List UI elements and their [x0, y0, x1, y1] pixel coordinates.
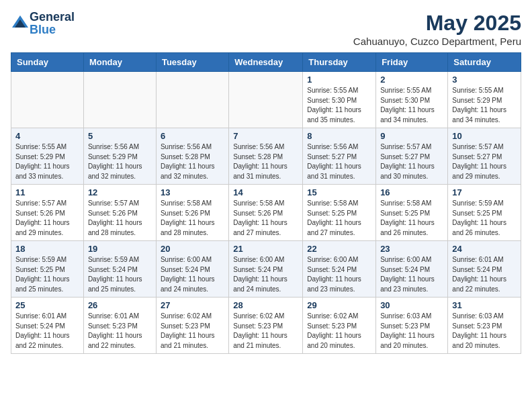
logo-blue: Blue	[30, 23, 56, 36]
day-number: 6	[161, 131, 224, 141]
header-sunday: Sunday	[11, 53, 84, 72]
calendar-cell: 18Sunrise: 5:59 AM Sunset: 5:25 PM Dayli…	[11, 241, 84, 298]
header-monday: Monday	[83, 53, 156, 72]
day-number: 12	[88, 187, 152, 197]
calendar-cell	[156, 72, 228, 128]
cell-content: Sunrise: 6:00 AM Sunset: 5:24 PM Dayligh…	[380, 255, 443, 294]
cell-content: Sunrise: 5:56 AM Sunset: 5:27 PM Dayligh…	[307, 142, 371, 181]
cell-content: Sunrise: 6:00 AM Sunset: 5:24 PM Dayligh…	[233, 255, 298, 294]
day-number: 19	[88, 244, 152, 254]
header-area: General Blue May 2025 Cahuanuyo, Cuzco D…	[11, 11, 521, 47]
cell-content: Sunrise: 6:00 AM Sunset: 5:24 PM Dayligh…	[161, 255, 224, 294]
week-row-5: 25Sunrise: 6:01 AM Sunset: 5:24 PM Dayli…	[11, 298, 521, 354]
logo-icon	[11, 14, 30, 33]
calendar-cell: 25Sunrise: 6:01 AM Sunset: 5:24 PM Dayli…	[11, 298, 84, 354]
day-number: 28	[233, 300, 298, 310]
cell-content: Sunrise: 5:55 AM Sunset: 5:30 PM Dayligh…	[380, 86, 443, 125]
calendar-cell: 28Sunrise: 6:02 AM Sunset: 5:23 PM Dayli…	[229, 298, 303, 354]
cell-content: Sunrise: 6:02 AM Sunset: 5:23 PM Dayligh…	[161, 312, 224, 351]
day-number: 31	[452, 300, 517, 310]
day-number: 21	[233, 244, 298, 254]
day-number: 24	[452, 244, 517, 254]
header-saturday: Saturday	[448, 53, 521, 72]
calendar-cell: 22Sunrise: 6:00 AM Sunset: 5:24 PM Dayli…	[303, 241, 376, 298]
week-row-3: 11Sunrise: 5:57 AM Sunset: 5:26 PM Dayli…	[11, 185, 521, 241]
day-number: 23	[380, 244, 443, 254]
calendar-cell: 23Sunrise: 6:00 AM Sunset: 5:24 PM Dayli…	[376, 241, 448, 298]
calendar-cell: 2Sunrise: 5:55 AM Sunset: 5:30 PM Daylig…	[376, 72, 448, 128]
calendar-cell	[229, 72, 303, 128]
day-number: 13	[161, 187, 224, 197]
calendar-cell: 4Sunrise: 5:55 AM Sunset: 5:29 PM Daylig…	[11, 128, 84, 185]
day-number: 4	[15, 131, 79, 141]
cell-content: Sunrise: 5:59 AM Sunset: 5:25 PM Dayligh…	[452, 199, 517, 238]
header-tuesday: Tuesday	[156, 53, 228, 72]
header-friday: Friday	[376, 53, 448, 72]
cell-content: Sunrise: 5:57 AM Sunset: 5:26 PM Dayligh…	[15, 199, 79, 238]
header-wednesday: Wednesday	[229, 53, 303, 72]
cell-content: Sunrise: 5:58 AM Sunset: 5:26 PM Dayligh…	[233, 199, 298, 238]
day-number: 9	[380, 131, 443, 141]
day-number: 10	[452, 131, 517, 141]
cell-content: Sunrise: 5:58 AM Sunset: 5:25 PM Dayligh…	[380, 199, 443, 238]
cell-content: Sunrise: 5:57 AM Sunset: 5:27 PM Dayligh…	[452, 142, 517, 181]
week-row-2: 4Sunrise: 5:55 AM Sunset: 5:29 PM Daylig…	[11, 128, 521, 185]
calendar-cell: 27Sunrise: 6:02 AM Sunset: 5:23 PM Dayli…	[156, 298, 228, 354]
day-number: 20	[161, 244, 224, 254]
day-number: 26	[88, 300, 152, 310]
cell-content: Sunrise: 6:01 AM Sunset: 5:23 PM Dayligh…	[88, 312, 152, 351]
cell-content: Sunrise: 5:55 AM Sunset: 5:30 PM Dayligh…	[307, 86, 371, 125]
cell-content: Sunrise: 6:01 AM Sunset: 5:24 PM Dayligh…	[452, 255, 517, 294]
calendar-cell: 20Sunrise: 6:00 AM Sunset: 5:24 PM Dayli…	[156, 241, 228, 298]
calendar-cell: 24Sunrise: 6:01 AM Sunset: 5:24 PM Dayli…	[448, 241, 521, 298]
cell-content: Sunrise: 5:57 AM Sunset: 5:26 PM Dayligh…	[88, 199, 152, 238]
day-number: 18	[15, 244, 79, 254]
day-number: 11	[15, 187, 79, 197]
cell-content: Sunrise: 6:03 AM Sunset: 5:23 PM Dayligh…	[452, 312, 517, 351]
calendar-cell: 9Sunrise: 5:57 AM Sunset: 5:27 PM Daylig…	[376, 128, 448, 185]
calendar-cell: 15Sunrise: 5:58 AM Sunset: 5:25 PM Dayli…	[303, 185, 376, 241]
title-area: May 2025 Cahuanuyo, Cuzco Department, Pe…	[353, 11, 521, 47]
calendar-cell: 3Sunrise: 5:55 AM Sunset: 5:29 PM Daylig…	[448, 72, 521, 128]
calendar-cell: 1Sunrise: 5:55 AM Sunset: 5:30 PM Daylig…	[303, 72, 376, 128]
cell-content: Sunrise: 6:00 AM Sunset: 5:24 PM Dayligh…	[307, 255, 371, 294]
day-number: 17	[452, 187, 517, 197]
calendar-cell: 31Sunrise: 6:03 AM Sunset: 5:23 PM Dayli…	[448, 298, 521, 354]
calendar-cell: 14Sunrise: 5:58 AM Sunset: 5:26 PM Dayli…	[229, 185, 303, 241]
cell-content: Sunrise: 5:58 AM Sunset: 5:26 PM Dayligh…	[161, 199, 224, 238]
day-number: 30	[380, 300, 443, 310]
day-number: 16	[380, 187, 443, 197]
calendar: SundayMondayTuesdayWednesdayThursdayFrid…	[11, 52, 521, 354]
calendar-cell: 7Sunrise: 5:56 AM Sunset: 5:28 PM Daylig…	[229, 128, 303, 185]
calendar-cell	[11, 72, 84, 128]
day-number: 1	[307, 75, 371, 85]
cell-content: Sunrise: 5:56 AM Sunset: 5:29 PM Dayligh…	[88, 142, 152, 181]
day-number: 27	[161, 300, 224, 310]
calendar-header-row: SundayMondayTuesdayWednesdayThursdayFrid…	[11, 53, 521, 72]
month-title: May 2025	[353, 11, 521, 36]
calendar-cell: 26Sunrise: 6:01 AM Sunset: 5:23 PM Dayli…	[83, 298, 156, 354]
logo-general: General	[30, 10, 75, 24]
week-row-4: 18Sunrise: 5:59 AM Sunset: 5:25 PM Dayli…	[11, 241, 521, 298]
calendar-cell: 6Sunrise: 5:56 AM Sunset: 5:28 PM Daylig…	[156, 128, 228, 185]
calendar-cell: 17Sunrise: 5:59 AM Sunset: 5:25 PM Dayli…	[448, 185, 521, 241]
cell-content: Sunrise: 6:01 AM Sunset: 5:24 PM Dayligh…	[15, 312, 79, 351]
calendar-cell: 21Sunrise: 6:00 AM Sunset: 5:24 PM Dayli…	[229, 241, 303, 298]
day-number: 5	[88, 131, 152, 141]
day-number: 14	[233, 187, 298, 197]
day-number: 7	[233, 131, 298, 141]
week-row-1: 1Sunrise: 5:55 AM Sunset: 5:30 PM Daylig…	[11, 72, 521, 128]
cell-content: Sunrise: 5:55 AM Sunset: 5:29 PM Dayligh…	[452, 86, 517, 125]
day-number: 25	[15, 300, 79, 310]
logo: General Blue	[11, 11, 75, 36]
day-number: 3	[452, 75, 517, 85]
cell-content: Sunrise: 6:03 AM Sunset: 5:23 PM Dayligh…	[380, 312, 443, 351]
header-thursday: Thursday	[303, 53, 376, 72]
calendar-cell: 11Sunrise: 5:57 AM Sunset: 5:26 PM Dayli…	[11, 185, 84, 241]
location-title: Cahuanuyo, Cuzco Department, Peru	[353, 36, 521, 47]
day-number: 29	[307, 300, 371, 310]
calendar-cell: 29Sunrise: 6:02 AM Sunset: 5:23 PM Dayli…	[303, 298, 376, 354]
day-number: 22	[307, 244, 371, 254]
calendar-cell: 5Sunrise: 5:56 AM Sunset: 5:29 PM Daylig…	[83, 128, 156, 185]
cell-content: Sunrise: 5:56 AM Sunset: 5:28 PM Dayligh…	[161, 142, 224, 181]
